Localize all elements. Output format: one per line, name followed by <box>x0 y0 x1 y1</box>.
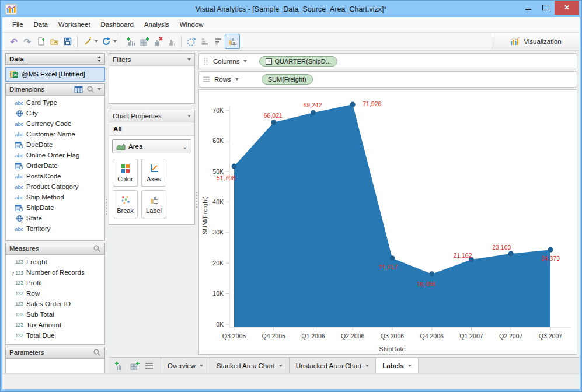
worksheet-tab[interactable]: Labels <box>376 358 418 373</box>
duplicate-sheet-button[interactable] <box>165 34 178 48</box>
menu-item[interactable]: File <box>7 18 29 32</box>
columns-pill[interactable]: + QUARTER(ShipD... <box>259 56 337 66</box>
chart-canvas[interactable]: 0K10K20K30K40K50K60K70KQ3 2005Q4 2005Q1 … <box>198 89 577 355</box>
dimension-field[interactable]: abc Online Order Flag <box>6 150 104 160</box>
new-dashboard-button[interactable] <box>138 34 151 48</box>
menu-item[interactable]: Analysis <box>139 18 175 32</box>
rows-shelf[interactable]: Rows SUM(Freight) <box>198 71 577 88</box>
dimension-field[interactable]: abc Card Type <box>6 97 104 108</box>
sort-updown-icon[interactable] <box>97 56 101 62</box>
data-point[interactable] <box>350 102 356 107</box>
field-label: Ship Method <box>26 194 64 201</box>
chevron-down-icon[interactable] <box>365 365 369 367</box>
menu-item[interactable]: Window <box>175 18 209 32</box>
chart-type-select[interactable]: Area ⌄ <box>112 139 191 153</box>
property-button[interactable]: Color <box>113 159 138 187</box>
sort-descending-button[interactable] <box>211 34 225 48</box>
sheet-list-icon[interactable] <box>145 362 154 369</box>
chevron-down-icon[interactable] <box>235 78 239 80</box>
field-label: Territory <box>26 225 51 232</box>
new-file-button[interactable] <box>34 34 47 48</box>
calendar-date-icon <box>15 162 23 170</box>
measure-field[interactable]: 123 Row <box>6 288 104 299</box>
menu-item[interactable]: Data <box>29 18 53 32</box>
area-series[interactable] <box>234 104 550 327</box>
sort-ascending-button[interactable] <box>198 34 211 48</box>
measure-field[interactable]: 123 Sub Total <box>6 309 104 320</box>
property-button[interactable]: Axes <box>141 159 166 187</box>
chevron-down-icon[interactable] <box>408 365 412 367</box>
data-point[interactable] <box>271 120 276 125</box>
dimension-field[interactable]: State <box>6 213 104 223</box>
search-icon[interactable] <box>93 244 101 253</box>
dimension-field[interactable]: City <box>6 108 104 118</box>
new-worksheet-button[interactable] <box>124 34 138 48</box>
scope-label: All <box>113 125 122 132</box>
measure-field[interactable]: 123 Total Due <box>6 330 104 341</box>
chevron-down-icon: ⌄ <box>183 144 187 150</box>
expand-icon[interactable]: + <box>266 58 272 65</box>
worksheet-tab[interactable]: Unstacked Area Chart <box>290 358 377 373</box>
data-point[interactable] <box>429 271 434 276</box>
measure-field[interactable]: 123 Profit <box>6 278 104 288</box>
rows-pill[interactable]: SUM(Freight) <box>262 74 313 85</box>
dimension-field[interactable]: abc Product Category <box>6 181 104 192</box>
data-source-item[interactable]: @MS Excel [Untitled] <box>5 66 105 82</box>
property-button-label: Color <box>117 176 133 183</box>
dimension-field[interactable]: abc Currency Code <box>6 118 104 129</box>
dimension-field[interactable]: ShipDate <box>6 202 104 213</box>
data-wand-button[interactable] <box>81 34 94 48</box>
new-worksheet-icon[interactable] <box>114 361 124 370</box>
chevron-down-icon[interactable] <box>113 40 117 43</box>
maximize-button[interactable] <box>537 1 555 15</box>
lasso-select-button[interactable] <box>184 34 198 48</box>
data-point[interactable] <box>390 256 395 261</box>
menu-item[interactable]: Dashboard <box>96 18 139 32</box>
chevron-down-icon[interactable] <box>97 88 101 90</box>
data-point[interactable] <box>508 251 514 256</box>
dimension-field[interactable]: abc Customer Name <box>6 129 104 139</box>
measure-field[interactable]: 123 Freight <box>6 257 104 267</box>
property-button[interactable]: Break <box>113 190 138 218</box>
chevron-down-icon[interactable] <box>243 60 247 62</box>
filters-dropzone[interactable] <box>109 66 194 103</box>
measure-field[interactable]: 123 Sales Order ID <box>6 299 104 309</box>
dimension-field[interactable]: OrderDate <box>6 160 104 171</box>
refresh-button[interactable] <box>99 34 113 48</box>
data-point[interactable] <box>311 110 316 116</box>
property-button[interactable]: Label <box>141 190 166 218</box>
redo-button[interactable]: ↷ <box>20 34 34 48</box>
chevron-down-icon[interactable] <box>95 40 98 43</box>
delete-sheet-button[interactable] <box>151 34 165 48</box>
menu-item[interactable]: Worksheet <box>53 18 96 32</box>
save-button[interactable] <box>61 34 74 48</box>
chevron-down-icon[interactable] <box>200 365 203 367</box>
worksheet-tab[interactable]: Overview <box>161 358 210 373</box>
dimension-field[interactable]: abc PostalCode <box>6 171 104 181</box>
number-icon: 123 <box>15 259 23 265</box>
worksheet-tab[interactable]: Stacked Area Chart <box>210 358 290 373</box>
measure-field[interactable]: ƒ123 Number of Records <box>6 267 104 278</box>
open-file-button[interactable] <box>47 34 61 48</box>
chevron-down-icon[interactable] <box>187 58 191 61</box>
chevron-down-icon[interactable] <box>187 115 191 117</box>
visualization-button[interactable]: Visualization <box>492 33 580 50</box>
panel-splitter[interactable] <box>105 51 109 373</box>
minimize-button[interactable] <box>520 1 537 15</box>
dimension-field[interactable]: abc Territory <box>6 223 104 234</box>
search-icon[interactable] <box>93 348 101 356</box>
table-view-icon[interactable] <box>74 86 83 93</box>
search-icon[interactable] <box>86 85 95 93</box>
undo-button[interactable]: ↶ <box>7 34 20 48</box>
data-point[interactable] <box>548 247 553 253</box>
data-point[interactable] <box>232 164 237 169</box>
chevron-down-icon[interactable] <box>279 365 283 367</box>
measure-field[interactable]: 123 Tax Amount <box>6 320 104 330</box>
close-button[interactable]: ✕ <box>555 1 579 15</box>
show-labels-toggle[interactable] <box>225 34 240 49</box>
dimension-field[interactable]: abc Ship Method <box>6 192 104 202</box>
x-tick-label: Q4 2006 <box>420 332 444 340</box>
dimension-field[interactable]: DueDate <box>6 139 104 150</box>
columns-shelf[interactable]: Columns + QUARTER(ShipD... <box>198 53 577 69</box>
new-dashboard-icon[interactable] <box>130 361 140 370</box>
